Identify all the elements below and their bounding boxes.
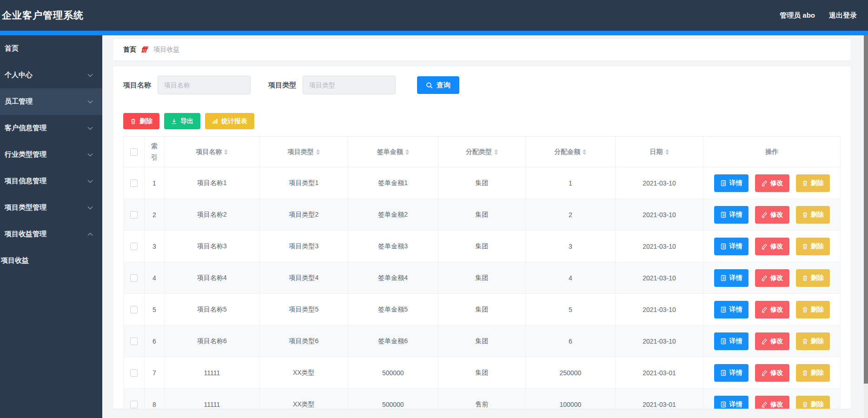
sidebar-item-project-type-management[interactable]: 项目类型管理 xyxy=(0,194,102,221)
detail-row-button[interactable]: 详情 xyxy=(714,269,749,287)
sidebar-item-project-info-management[interactable]: 项目信息管理 xyxy=(0,168,102,194)
cell-date: 2021-03-10 xyxy=(615,262,703,294)
sidebar-item-home[interactable]: 首页 xyxy=(0,35,102,62)
edit-row-button[interactable]: 修改 xyxy=(755,396,789,409)
detail-row-button[interactable]: 详情 xyxy=(714,332,749,350)
export-button[interactable]: 导出 xyxy=(164,113,200,129)
detail-row-button[interactable]: 详情 xyxy=(714,301,749,318)
sort-caret-icon[interactable] xyxy=(494,149,498,155)
detail-row-button[interactable]: 详情 xyxy=(714,174,749,192)
edit-row-button[interactable]: 修改 xyxy=(755,301,789,318)
sidebar-item-customer-info-management[interactable]: 客户信息管理 xyxy=(0,115,102,141)
row-button-label: 删除 xyxy=(811,211,824,219)
detail-row-button[interactable]: 详情 xyxy=(714,364,749,382)
edit-row-button[interactable]: 修改 xyxy=(755,364,789,382)
accent-bar xyxy=(0,31,868,35)
trash-icon xyxy=(802,306,808,313)
cell-index: 3 xyxy=(144,231,164,262)
row-checkbox[interactable] xyxy=(130,338,138,345)
sort-caret-icon[interactable] xyxy=(405,149,409,155)
table-row: 5项目名称5项目类型5签单金额5集团52021-03-10详情修改删除 xyxy=(124,294,841,325)
cell-alloc-amount: 3 xyxy=(526,231,616,262)
cell-alloc-amount: 5 xyxy=(526,294,616,325)
cell-checkbox xyxy=(124,357,145,389)
edit-row-button[interactable]: 修改 xyxy=(755,238,789,255)
cell-sign-amount: 签单金额4 xyxy=(348,262,438,294)
column-header-name[interactable]: 项目名称 xyxy=(164,137,259,167)
sidebar-item-personal-center[interactable]: 个人中心 xyxy=(0,62,102,88)
download-icon xyxy=(171,118,177,125)
trash-icon xyxy=(802,338,808,345)
column-header-label: 签单金额 xyxy=(377,148,403,155)
report-button[interactable]: 统计报表 xyxy=(205,113,254,129)
project-name-input[interactable] xyxy=(158,76,251,94)
delete-button[interactable]: 删除 xyxy=(123,113,159,129)
select-all-header[interactable] xyxy=(124,137,145,167)
delete-row-button[interactable]: 删除 xyxy=(796,332,830,350)
cell-index: 5 xyxy=(144,294,164,325)
detail-row-button[interactable]: 详情 xyxy=(714,206,749,224)
detail-row-button[interactable]: 详情 xyxy=(714,396,749,409)
cell-type: 项目类型4 xyxy=(259,262,348,294)
cell-name: 项目名称6 xyxy=(164,325,259,357)
export-button-label: 导出 xyxy=(180,117,193,126)
delete-row-button[interactable]: 删除 xyxy=(796,364,830,382)
edit-icon xyxy=(761,306,768,313)
sort-caret-icon[interactable] xyxy=(316,149,320,155)
edit-row-button[interactable]: 修改 xyxy=(755,206,789,224)
cell-sign-amount: 500000 xyxy=(348,357,438,389)
cell-name: 项目名称4 xyxy=(164,262,259,294)
document-icon xyxy=(720,212,727,218)
delete-row-button[interactable]: 删除 xyxy=(796,238,830,255)
edit-row-button[interactable]: 修改 xyxy=(755,174,789,192)
row-checkbox[interactable] xyxy=(130,306,138,313)
breadcrumb-home[interactable]: 首页 xyxy=(123,46,136,54)
column-header-date[interactable]: 日期 xyxy=(615,137,703,167)
logout-link[interactable]: 退出登录 xyxy=(829,11,857,20)
search-button[interactable]: 查询 xyxy=(417,76,459,94)
document-icon xyxy=(720,275,727,281)
row-button-label: 修改 xyxy=(770,369,783,377)
cell-date: 2021-03-10 xyxy=(615,231,703,262)
sidebar-item-label: 首页 xyxy=(5,44,19,53)
page-scrollbar[interactable] xyxy=(864,35,868,418)
row-checkbox[interactable] xyxy=(130,179,138,187)
row-checkbox[interactable] xyxy=(130,401,138,408)
sidebar-item-label: 项目信息管理 xyxy=(5,177,46,186)
delete-row-button[interactable]: 删除 xyxy=(796,206,830,224)
sort-caret-icon[interactable] xyxy=(224,149,228,155)
delete-row-button[interactable]: 删除 xyxy=(796,269,830,287)
cell-index: 6 xyxy=(144,325,164,357)
column-header-alloc_type[interactable]: 分配类型 xyxy=(438,137,525,167)
row-checkbox[interactable] xyxy=(130,369,138,377)
select-all-checkbox[interactable] xyxy=(130,148,138,156)
sidebar-item-employee-management[interactable]: 员工管理 xyxy=(0,88,102,115)
delete-row-button[interactable]: 删除 xyxy=(796,174,830,192)
scrollbar-thumb[interactable] xyxy=(864,35,868,384)
topbar-user[interactable]: 管理员 abo xyxy=(780,11,815,20)
cell-actions: 详情修改删除 xyxy=(703,231,841,262)
edit-row-button[interactable]: 修改 xyxy=(755,269,789,287)
sidebar-item-project-income-management[interactable]: 项目收益管理 xyxy=(0,221,102,247)
project-type-input[interactable] xyxy=(303,76,396,94)
row-checkbox[interactable] xyxy=(130,243,138,250)
row-checkbox[interactable] xyxy=(130,274,138,282)
detail-row-button[interactable]: 详情 xyxy=(714,238,749,255)
column-header-alloc_amount[interactable]: 分配金额 xyxy=(526,137,616,167)
sidebar-item-industry-type-management[interactable]: 行业类型管理 xyxy=(0,141,102,168)
edit-row-button[interactable]: 修改 xyxy=(755,332,789,350)
cell-checkbox xyxy=(124,167,145,199)
sort-caret-icon[interactable] xyxy=(583,149,586,155)
delete-row-button[interactable]: 删除 xyxy=(796,396,830,409)
trash-icon xyxy=(802,180,808,186)
column-header-sign_amount[interactable]: 签单金额 xyxy=(348,137,438,167)
filter-form: 项目名称 项目类型 查询 xyxy=(123,76,841,94)
row-checkbox[interactable] xyxy=(130,211,138,219)
delete-row-button[interactable]: 删除 xyxy=(796,301,830,318)
column-header-type[interactable]: 项目类型 xyxy=(259,137,348,167)
sort-caret-icon[interactable] xyxy=(665,149,669,155)
cell-actions: 详情修改删除 xyxy=(703,167,841,199)
sidebar-item-project-income[interactable]: 项目收益 xyxy=(0,247,102,274)
app-title: 企业客户管理系统 xyxy=(2,9,84,22)
project-income-table: 索引项目名称项目类型签单金额分配类型分配金额日期操作 1项目名称1项目类型1签单… xyxy=(123,136,841,409)
